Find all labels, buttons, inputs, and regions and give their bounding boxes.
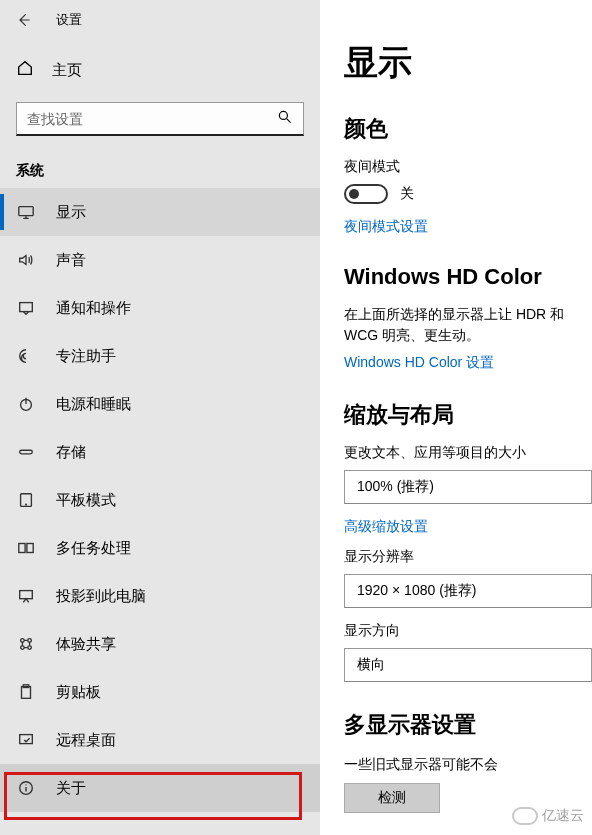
sidebar-item-label: 投影到此电脑 (56, 587, 146, 606)
sidebar-item-focus[interactable]: 专注助手 (0, 332, 320, 380)
back-icon[interactable] (14, 10, 34, 30)
sidebar-item-label: 平板模式 (56, 491, 116, 510)
sidebar-item-remote[interactable]: 远程桌面 (0, 716, 320, 764)
detect-button[interactable]: 检测 (344, 783, 440, 813)
sidebar-item-multitask[interactable]: 多任务处理 (0, 524, 320, 572)
hd-desc: 在上面所选择的显示器上让 HDR 和 WCG 明亮、更生动。 (344, 304, 592, 346)
remote-icon (16, 730, 36, 750)
sidebar-item-label: 显示 (56, 203, 86, 222)
nav-list: 显示声音通知和操作专注助手电源和睡眠存储平板模式多任务处理投影到此电脑体验共享剪… (0, 188, 320, 812)
scale-value: 100% (推荐) (357, 478, 434, 496)
sidebar-item-project[interactable]: 投影到此电脑 (0, 572, 320, 620)
sidebar-item-label: 专注助手 (56, 347, 116, 366)
night-mode-toggle-row: 关 (344, 184, 592, 204)
sidebar-item-storage[interactable]: 存储 (0, 428, 320, 476)
hd-settings-link[interactable]: Windows HD Color 设置 (344, 354, 592, 372)
section-color: 颜色 (344, 114, 592, 144)
orientation-value: 横向 (357, 656, 385, 674)
svg-point-0 (279, 111, 287, 119)
resolution-value: 1920 × 1080 (推荐) (357, 582, 476, 600)
svg-point-11 (28, 639, 32, 643)
sidebar-item-label: 关于 (56, 779, 86, 798)
svg-point-6 (26, 504, 27, 505)
project-icon (16, 586, 36, 606)
resolution-label: 显示分辨率 (344, 548, 592, 566)
shared-icon (16, 634, 36, 654)
search-box[interactable] (16, 102, 304, 136)
sidebar-item-label: 存储 (56, 443, 86, 462)
search-icon (277, 109, 293, 129)
notifications-icon (16, 298, 36, 318)
home-button[interactable]: 主页 (0, 46, 320, 94)
sidebar-item-sound[interactable]: 声音 (0, 236, 320, 284)
section-header: 系统 (0, 148, 320, 188)
multi-desc: 一些旧式显示器可能不会 (344, 754, 592, 775)
section-multi: 多显示器设置 (344, 710, 592, 740)
resolution-dropdown[interactable]: 1920 × 1080 (推荐) (344, 574, 592, 608)
focus-icon (16, 346, 36, 366)
storage-icon (16, 442, 36, 462)
sidebar-item-tablet[interactable]: 平板模式 (0, 476, 320, 524)
scale-label: 更改文本、应用等项目的大小 (344, 444, 592, 462)
advanced-scale-link[interactable]: 高级缩放设置 (344, 518, 592, 536)
sidebar-item-label: 多任务处理 (56, 539, 131, 558)
sidebar-item-label: 通知和操作 (56, 299, 131, 318)
tablet-icon (16, 490, 36, 510)
svg-rect-9 (20, 591, 33, 599)
sidebar-item-about[interactable]: 关于 (0, 764, 320, 812)
about-icon (16, 778, 36, 798)
sound-icon (16, 250, 36, 270)
clipboard-icon (16, 682, 36, 702)
night-mode-toggle[interactable] (344, 184, 388, 204)
svg-point-12 (21, 646, 25, 650)
cloud-icon (512, 807, 538, 825)
page-title: 显示 (344, 40, 592, 86)
orientation-label: 显示方向 (344, 622, 592, 640)
detect-label: 检测 (378, 789, 406, 807)
watermark: 亿速云 (512, 807, 584, 825)
power-icon (16, 394, 36, 414)
main-panel: 显示 颜色 夜间模式 关 夜间模式设置 Windows HD Color 在上面… (320, 0, 592, 835)
multitask-icon (16, 538, 36, 558)
svg-point-10 (21, 639, 25, 643)
home-icon (16, 59, 34, 81)
sidebar-item-label: 声音 (56, 251, 86, 270)
sidebar-item-label: 剪贴板 (56, 683, 101, 702)
svg-rect-1 (19, 207, 33, 216)
sidebar-item-shared[interactable]: 体验共享 (0, 620, 320, 668)
display-icon (16, 202, 36, 222)
svg-rect-2 (20, 303, 33, 312)
app-title: 设置 (56, 11, 82, 29)
sidebar-item-label: 电源和睡眠 (56, 395, 131, 414)
home-label: 主页 (52, 61, 82, 80)
section-scale: 缩放与布局 (344, 400, 592, 430)
watermark-text: 亿速云 (542, 807, 584, 825)
sidebar-item-notifications[interactable]: 通知和操作 (0, 284, 320, 332)
night-mode-label: 夜间模式 (344, 158, 592, 176)
svg-rect-8 (27, 544, 33, 553)
svg-rect-4 (20, 450, 33, 454)
sidebar: 设置 主页 系统 显示声音通知和操作专注助手电源和睡眠存储平板模式多任务处理投影… (0, 0, 320, 835)
orientation-dropdown[interactable]: 横向 (344, 648, 592, 682)
search-input[interactable] (27, 111, 277, 127)
svg-rect-14 (22, 687, 31, 699)
scale-dropdown[interactable]: 100% (推荐) (344, 470, 592, 504)
titlebar: 设置 (0, 0, 320, 40)
svg-rect-7 (19, 544, 25, 553)
sidebar-item-clipboard[interactable]: 剪贴板 (0, 668, 320, 716)
sidebar-item-display[interactable]: 显示 (0, 188, 320, 236)
search-wrap (0, 94, 320, 148)
sidebar-item-label: 远程桌面 (56, 731, 116, 750)
night-mode-settings-link[interactable]: 夜间模式设置 (344, 218, 592, 236)
svg-point-13 (28, 646, 32, 650)
sidebar-item-label: 体验共享 (56, 635, 116, 654)
toggle-state: 关 (400, 185, 414, 203)
sidebar-item-power[interactable]: 电源和睡眠 (0, 380, 320, 428)
section-hd: Windows HD Color (344, 264, 592, 290)
